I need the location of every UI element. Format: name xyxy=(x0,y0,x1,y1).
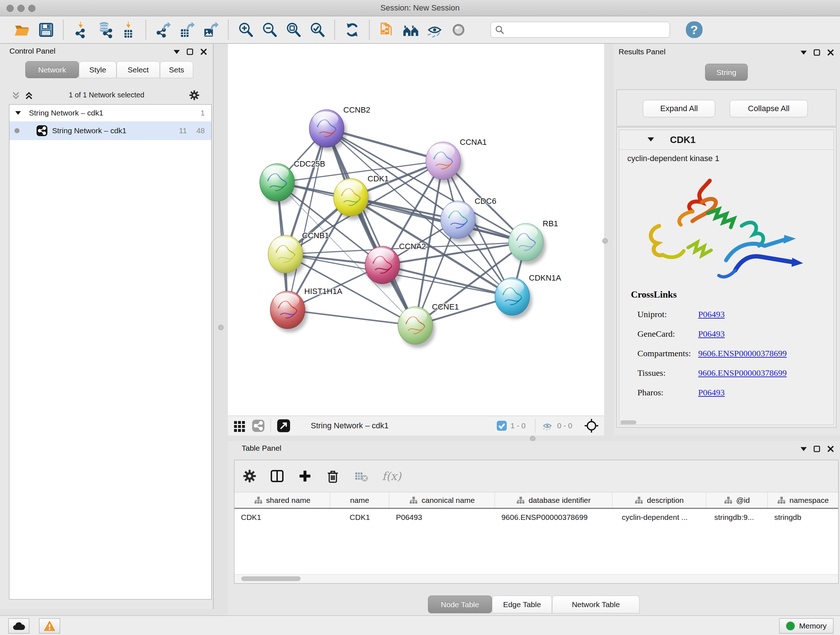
function-builder-button[interactable]: f(x) xyxy=(382,470,401,483)
export-image-button[interactable] xyxy=(201,19,221,41)
column-header-description[interactable]: description xyxy=(613,492,706,508)
string-import-button[interactable] xyxy=(377,19,397,41)
column-header-shared-name[interactable]: shared name xyxy=(234,492,330,508)
tab-network-table[interactable]: Network Table xyxy=(552,595,639,613)
panel-close-icon[interactable] xyxy=(827,49,834,56)
right-splitter-handle[interactable] xyxy=(602,238,608,244)
network-edge[interactable] xyxy=(327,128,415,325)
share-view-icon[interactable] xyxy=(252,419,265,432)
show-columns-icon[interactable] xyxy=(270,469,284,483)
cell-id[interactable]: stringdb:9... xyxy=(706,509,767,525)
warnings-button[interactable] xyxy=(39,618,60,633)
network-collection-row[interactable]: String Network – cdk1 1 xyxy=(9,105,211,121)
tab-node-table[interactable]: Node Table xyxy=(428,595,492,613)
network-node-CCNA1[interactable]: CCNA1 xyxy=(426,138,487,183)
delete-column-icon[interactable] xyxy=(325,469,340,483)
import-network-file-button[interactable] xyxy=(71,19,91,41)
network-node-HIST1H1A[interactable]: HIST1H1A xyxy=(270,287,342,333)
cloud-button[interactable] xyxy=(8,618,29,633)
tab-string[interactable]: String xyxy=(705,64,748,81)
panel-menu-icon[interactable] xyxy=(801,447,807,451)
table-hscrollbar-thumb[interactable] xyxy=(241,576,301,581)
table-options-gear-icon[interactable] xyxy=(243,470,256,483)
show-hide-graphics-button[interactable] xyxy=(424,19,445,41)
crosslink-genecard-link[interactable]: P06493 xyxy=(698,329,725,339)
left-splitter-handle[interactable] xyxy=(218,325,224,330)
zoom-out-button[interactable] xyxy=(259,19,279,41)
panel-close-icon[interactable] xyxy=(827,445,834,453)
panel-float-icon[interactable] xyxy=(813,445,821,453)
network-node-CDK1[interactable]: CDK1 xyxy=(333,174,389,220)
memory-button[interactable]: Memory xyxy=(779,618,834,633)
help-button[interactable]: ? xyxy=(685,21,703,39)
column-header-database-identifier[interactable]: database identifier xyxy=(495,492,613,508)
panel-close-icon[interactable] xyxy=(200,48,207,55)
cell-database-identifier[interactable]: 9606.ENSP00000378699 xyxy=(495,509,613,525)
network-edge[interactable] xyxy=(351,197,526,242)
bottom-splitter-handle[interactable] xyxy=(530,436,535,441)
column-header-canonical-name[interactable]: canonical name xyxy=(389,492,495,508)
cell-name[interactable]: CDK1 xyxy=(330,509,390,525)
panel-float-icon[interactable] xyxy=(186,48,194,55)
network-node-CCNE1[interactable]: CCNE1 xyxy=(398,302,459,348)
cell-canonical-name[interactable]: P06493 xyxy=(389,509,495,525)
panel-menu-icon[interactable] xyxy=(801,51,807,55)
import-table-file-button[interactable] xyxy=(118,19,139,41)
tab-select[interactable]: Select xyxy=(117,61,160,78)
lens-button[interactable] xyxy=(448,19,469,41)
zoom-selected-button[interactable] xyxy=(307,19,327,41)
network-node-CDKN1A[interactable]: CDKN1A xyxy=(495,273,561,319)
zoom-fit-button[interactable] xyxy=(283,19,303,41)
save-session-button[interactable] xyxy=(36,19,56,41)
crosslink-pharos-link[interactable]: P06493 xyxy=(698,388,725,397)
panel-float-icon[interactable] xyxy=(813,49,821,56)
home-panes-button[interactable] xyxy=(401,19,421,41)
network-edge[interactable] xyxy=(287,128,327,310)
import-network-database-button[interactable] xyxy=(95,19,115,41)
delete-table-icon[interactable] xyxy=(354,470,368,483)
node-label-CCNA2: CCNA2 xyxy=(399,242,426,251)
crosslink-tissues-link[interactable]: 9606.ENSP00000378699 xyxy=(698,368,787,378)
grid-mode-icon[interactable] xyxy=(233,419,246,432)
cell-shared-name[interactable]: CDK1 xyxy=(234,509,330,525)
search-input[interactable] xyxy=(491,22,670,38)
import-network-database-icon xyxy=(96,21,113,38)
hidden-eye-icon[interactable] xyxy=(541,420,554,431)
footer-separator xyxy=(271,419,271,432)
tab-style[interactable]: Style xyxy=(79,61,117,78)
birdseye-view-icon[interactable] xyxy=(277,419,291,432)
column-header-name[interactable]: name xyxy=(330,492,390,508)
network-graph[interactable]: CCNB2CCNA1CDC25BCDK1CDC6RB1CCNB1CCNA2CDK… xyxy=(229,47,601,416)
tab-sets[interactable]: Sets xyxy=(160,61,193,78)
apply-layout-button[interactable] xyxy=(342,19,362,41)
tree-expand-icon[interactable] xyxy=(15,111,21,115)
network-node-CCNB2[interactable]: CCNB2 xyxy=(309,105,370,151)
crosslink-uniprot-link[interactable]: P06493 xyxy=(698,310,725,319)
table-hscrollbar-track[interactable] xyxy=(234,574,838,583)
create-column-icon[interactable] xyxy=(298,469,312,483)
expand-all-button[interactable]: Expand All xyxy=(643,100,715,117)
network-node-CDC6[interactable]: CDC6 xyxy=(441,196,496,242)
crosslink-compartments-link[interactable]: 9606.ENSP00000378699 xyxy=(698,348,787,358)
tab-edge-table[interactable]: Edge Table xyxy=(492,595,552,613)
tab-network[interactable]: Network xyxy=(25,61,79,78)
selected-checkbox-icon[interactable] xyxy=(497,421,507,431)
network-node-RB1[interactable]: RB1 xyxy=(508,219,558,264)
zoom-in-button[interactable] xyxy=(235,19,256,41)
panel-menu-icon[interactable] xyxy=(174,50,180,54)
column-header-namespace[interactable]: namespace xyxy=(767,492,838,508)
gene-collapse-icon[interactable] xyxy=(647,137,654,141)
network-options-gear-icon[interactable] xyxy=(189,90,199,100)
collapse-all-button[interactable]: Collapse All xyxy=(729,100,808,117)
column-header-id[interactable]: @id xyxy=(706,492,767,508)
fit-crosshair-icon[interactable] xyxy=(584,418,599,433)
results-scrollbar-thumb[interactable] xyxy=(621,420,636,424)
open-session-button[interactable] xyxy=(12,19,32,41)
export-table-button[interactable] xyxy=(177,19,197,41)
export-network-button[interactable] xyxy=(153,19,173,41)
cell-namespace[interactable]: stringdb xyxy=(767,509,838,525)
table-row[interactable]: CDK1 CDK1 P06493 9606.ENSP00000378699 cy… xyxy=(234,509,838,525)
network-row-selected[interactable]: String Network – cdk1 11 48 xyxy=(9,121,211,140)
cell-description[interactable]: cyclin-dependent ... xyxy=(613,509,706,525)
gene-card-header[interactable]: CDK1 xyxy=(619,130,834,150)
